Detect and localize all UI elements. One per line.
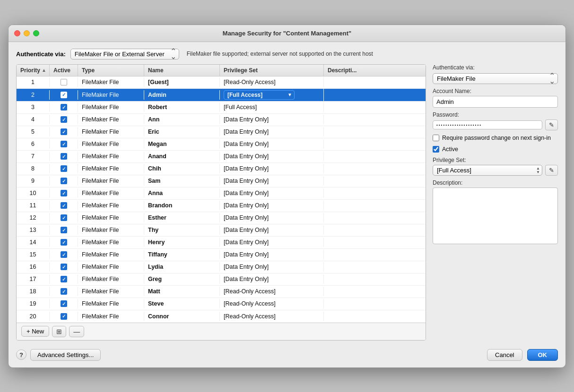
- main-window: Manage Security for "Content Management"…: [8, 25, 566, 368]
- ok-button[interactable]: OK: [527, 349, 558, 361]
- authenticate-via-select[interactable]: FileMaker File or External Server FileMa…: [70, 49, 179, 60]
- active-checkbox-styled[interactable]: [61, 264, 67, 270]
- table-row[interactable]: 5FileMaker FileEric[Data Entry Only]: [17, 126, 426, 138]
- table-row[interactable]: 18FileMaker FileMatt[Read-Only Access]: [17, 286, 426, 298]
- privilege-set-select[interactable]: [Full Access] [Data Entry Only] [Read-On…: [433, 165, 542, 176]
- right-panel: Authenticate via: FileMaker File Externa…: [433, 64, 558, 341]
- active-checkbox-styled[interactable]: [61, 116, 67, 123]
- table-row[interactable]: 12FileMaker FileEsther[Data Entry Only]: [17, 212, 426, 224]
- active-checkbox-styled[interactable]: [61, 288, 67, 295]
- active-checkbox-styled[interactable]: [61, 202, 67, 209]
- active-checkbox-styled[interactable]: [61, 251, 67, 258]
- td-active: [50, 262, 78, 272]
- td-privilege-set: [Data Entry Only]: [220, 274, 324, 284]
- privilege-dropdown-select[interactable]: [Full Access][Data Entry Only][Read-Only…: [224, 90, 295, 100]
- active-row: Active: [433, 145, 558, 153]
- active-checkbox-styled[interactable]: [61, 214, 67, 221]
- table-row[interactable]: 20FileMaker FileConnor[Read-Only Access]: [17, 310, 426, 323]
- password-dots: ••••••••••••••••••••: [436, 123, 539, 127]
- table-body: 1FileMaker File[Guest][Read-Only Access]…: [17, 77, 426, 323]
- account-name-input[interactable]: [433, 96, 558, 108]
- td-privilege-set: [Data Entry Only]: [220, 164, 324, 173]
- close-button[interactable]: [14, 30, 20, 36]
- active-checkbox-styled[interactable]: [61, 141, 67, 147]
- table-row[interactable]: 19FileMaker FileSteve[Read-Only Access]: [17, 298, 426, 310]
- td-privilege-set: [Data Entry Only]: [220, 213, 324, 222]
- td-priority: 2: [17, 90, 50, 100]
- table-row[interactable]: 9FileMaker FileSam[Data Entry Only]: [17, 175, 426, 187]
- right-auth-group: Authenticate via: FileMaker File Externa…: [433, 64, 558, 84]
- maximize-button[interactable]: [33, 30, 39, 36]
- table-row[interactable]: 11FileMaker FileBrandon[Data Entry Only]: [17, 200, 426, 212]
- active-checkbox-styled[interactable]: [61, 128, 67, 135]
- td-type: FileMaker File: [78, 201, 144, 210]
- advanced-settings-button[interactable]: Advanced Settings...: [30, 349, 101, 361]
- th-type: Type: [78, 65, 144, 76]
- table-row[interactable]: 8FileMaker FileChih[Data Entry Only]: [17, 163, 426, 175]
- table-row[interactable]: 7FileMaker FileAnand[Data Entry Only]: [17, 151, 426, 163]
- active-checkbox-styled[interactable]: [61, 227, 67, 233]
- privilege-set-group: Privilege Set: [Full Access] [Data Entry…: [433, 157, 558, 176]
- active-checkbox-styled[interactable]: [61, 79, 67, 85]
- active-checkbox-styled[interactable]: [61, 300, 67, 307]
- td-name: Robert: [144, 102, 220, 112]
- active-checkbox-styled[interactable]: [61, 104, 67, 111]
- minimize-button[interactable]: [24, 30, 30, 36]
- table-row[interactable]: 6FileMaker FileMegan[Data Entry Only]: [17, 138, 426, 151]
- description-textarea[interactable]: [433, 187, 558, 244]
- td-name: Megan: [144, 139, 220, 149]
- active-checkbox[interactable]: [433, 146, 439, 153]
- description-label: Description:: [433, 179, 558, 186]
- table-row[interactable]: 10FileMaker FileAnna[Data Entry Only]: [17, 187, 426, 200]
- active-checkbox-styled[interactable]: [61, 190, 67, 196]
- td-active: [50, 90, 78, 100]
- table-row[interactable]: 3FileMaker FileRobert[Full Access]: [17, 102, 426, 114]
- td-description: [324, 204, 426, 207]
- td-priority: 7: [17, 152, 50, 161]
- active-checkbox-styled[interactable]: [61, 276, 67, 282]
- table-row[interactable]: 2FileMaker FileAdmin[Full Access][Data E…: [17, 89, 426, 102]
- privilege-set-edit-button[interactable]: ✎: [545, 165, 558, 176]
- table-row[interactable]: 17FileMaker FileGreg[Data Entry Only]: [17, 273, 426, 286]
- td-privilege-set: [Data Entry Only]: [220, 201, 324, 210]
- active-checkbox-styled[interactable]: [61, 239, 67, 246]
- require-password-checkbox[interactable]: [433, 135, 439, 141]
- table-row[interactable]: 1FileMaker File[Guest][Read-Only Access]: [17, 77, 426, 89]
- td-privilege-set: [Read-Only Access]: [220, 312, 324, 321]
- table-row[interactable]: 14FileMaker FileHenry[Data Entry Only]: [17, 237, 426, 249]
- new-account-button[interactable]: + New: [21, 326, 49, 337]
- password-group: Password: •••••••••••••••••••• ✎: [433, 111, 558, 130]
- td-name: Sam: [144, 176, 220, 186]
- cancel-button[interactable]: Cancel: [487, 349, 522, 361]
- table-header: Priority ▲ Active Type Name Privilege Se…: [17, 65, 426, 77]
- duplicate-account-button[interactable]: ⊞: [52, 326, 66, 337]
- table-row[interactable]: 4FileMaker FileAnn[Data Entry Only]: [17, 114, 426, 126]
- table-row[interactable]: 16FileMaker FileLydia[Data Entry Only]: [17, 261, 426, 273]
- active-checkbox-styled[interactable]: [61, 92, 67, 98]
- td-priority: 19: [17, 299, 50, 308]
- td-priority: 18: [17, 287, 50, 296]
- delete-account-button[interactable]: —: [69, 326, 84, 337]
- td-priority: 17: [17, 274, 50, 284]
- td-type: FileMaker File: [78, 77, 144, 87]
- traffic-lights: [14, 30, 39, 36]
- require-password-row: Require password change on next sign-in: [433, 134, 558, 142]
- th-type-label: Type: [82, 67, 95, 74]
- password-edit-button[interactable]: ✎: [545, 119, 558, 130]
- active-checkbox-styled[interactable]: [61, 313, 67, 320]
- td-priority: 12: [17, 213, 50, 222]
- td-privilege-set: [Data Entry Only]: [220, 250, 324, 259]
- th-priority[interactable]: Priority ▲: [17, 65, 50, 76]
- active-checkbox-styled[interactable]: [61, 178, 67, 184]
- active-checkbox-styled[interactable]: [61, 153, 67, 160]
- table-row[interactable]: 15FileMaker FileTiffany[Data Entry Only]: [17, 249, 426, 261]
- td-privilege-set: [Data Entry Only]: [220, 238, 324, 247]
- td-privilege-set: [Full Access]: [220, 102, 324, 112]
- td-name: Tiffany: [144, 250, 220, 259]
- table-row[interactable]: 13FileMaker FileThy[Data Entry Only]: [17, 224, 426, 237]
- help-button[interactable]: ?: [16, 349, 26, 360]
- right-auth-select[interactable]: FileMaker File External Server: [433, 73, 558, 84]
- td-name: Eric: [144, 127, 220, 136]
- active-checkbox-styled[interactable]: [61, 165, 67, 172]
- td-type: FileMaker File: [78, 238, 144, 247]
